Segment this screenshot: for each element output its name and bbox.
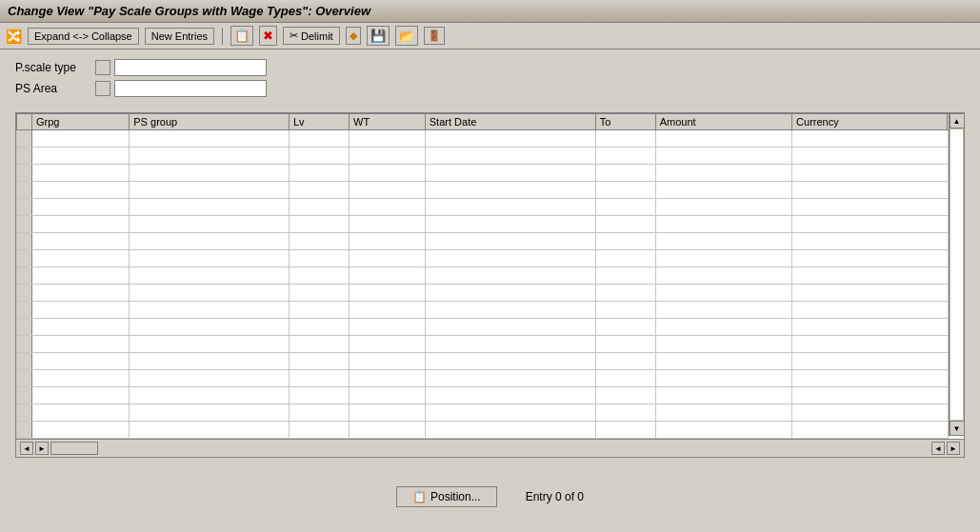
table-row (17, 404, 949, 422)
col-to: To (595, 114, 655, 130)
table-row (17, 370, 949, 387)
save-icon: 💾 (370, 29, 386, 43)
row-sel[interactable] (17, 336, 32, 353)
row-sel[interactable] (17, 267, 32, 285)
table-row (17, 216, 949, 233)
ps-area-label: PS Area (15, 82, 91, 95)
table-row (17, 319, 949, 336)
h-scroll-right2[interactable]: ► (947, 442, 960, 455)
row-sel[interactable] (17, 404, 32, 422)
wt-cell (350, 130, 426, 148)
row-sel[interactable] (17, 165, 32, 182)
filter-section: P.scale type PS Area (15, 59, 965, 97)
fetch-icon-button[interactable]: 📂 (395, 26, 418, 46)
position-button[interactable]: 📋 Position... (396, 486, 497, 507)
table-row (17, 233, 949, 250)
h-scroll-left2[interactable]: ◄ (931, 442, 945, 455)
row-sel[interactable] (17, 285, 32, 302)
pscale-type-row: P.scale type (15, 59, 965, 76)
col-currency: Currency (792, 114, 949, 130)
entry-info: Entry 0 of 0 (526, 490, 584, 503)
scroll-right-button[interactable]: ► (35, 442, 49, 455)
table-row (17, 353, 949, 370)
table-row (17, 422, 949, 439)
expand-collapse-button[interactable]: Expand <-> Collapse (28, 28, 139, 45)
row-sel[interactable] (17, 387, 32, 404)
table-row (17, 387, 949, 404)
scroll-down-button[interactable]: ▼ (950, 421, 965, 436)
position-icon: 📋 (412, 490, 427, 503)
fetch-icon: 📂 (399, 29, 414, 43)
table-row (17, 165, 949, 182)
separator-1 (222, 28, 223, 45)
scroll-up-button[interactable]: ▲ (950, 113, 965, 128)
watermark: rt.com (454, 30, 486, 43)
ps-group-cell (130, 130, 290, 148)
amount-cell (655, 130, 791, 148)
exit-icon-button[interactable]: 🚪 (424, 27, 445, 45)
table-row (17, 199, 949, 216)
start-date-cell (425, 130, 595, 148)
table-row (17, 302, 949, 319)
row-selector-header (17, 114, 32, 130)
row-sel[interactable] (17, 319, 32, 336)
col-lv: Lv (289, 114, 349, 130)
delete-icon: ✖ (263, 29, 273, 43)
save-icon-button[interactable]: 💾 (367, 26, 390, 46)
new-entries-button[interactable]: New Entries (145, 28, 214, 45)
ps-area-input[interactable] (114, 80, 267, 97)
main-content: P.scale type PS Area ▲ ▼ (0, 49, 980, 526)
diamond-icon: ◆ (350, 30, 357, 42)
row-sel[interactable] (17, 250, 32, 267)
row-sel[interactable] (17, 302, 32, 319)
ps-area-row: PS Area (15, 80, 965, 97)
ps-area-checkbox[interactable] (95, 81, 110, 96)
toolbar: 🔀 Expand <-> Collapse New Entries 📋 ✖ ✂ … (0, 23, 980, 49)
copy-icon: 📋 (234, 29, 250, 43)
table-footer: ◄ ► ◄ ► (16, 439, 964, 457)
pscale-type-input[interactable] (114, 59, 267, 76)
table-row (17, 182, 949, 199)
row-sel[interactable] (17, 148, 32, 165)
delimit-button[interactable]: ✂ Delimit (283, 27, 340, 45)
scroll-left-button[interactable]: ◄ (20, 442, 33, 455)
row-sel[interactable] (17, 353, 32, 370)
row-sel[interactable] (17, 422, 32, 439)
delimit-label: Delimit (301, 30, 333, 42)
table-row (17, 250, 949, 267)
row-sel[interactable] (17, 182, 32, 199)
delete-icon-button[interactable]: ✖ (259, 26, 277, 46)
position-label: Position... (430, 490, 481, 503)
col-grpg: Grpg (32, 114, 130, 130)
table-row (17, 267, 949, 285)
table-row (17, 285, 949, 302)
delimit-icon: ✂ (290, 30, 298, 42)
table-row (17, 336, 949, 353)
table-row (17, 130, 949, 148)
grpg-cell (32, 130, 130, 148)
lv-cell (289, 130, 349, 148)
expand-collapse-label: Expand <-> Collapse (34, 30, 132, 42)
exit-icon: 🚪 (428, 30, 441, 42)
diamond-icon-button[interactable]: ◆ (346, 27, 361, 45)
row-sel[interactable] (17, 199, 32, 216)
horizontal-scrollbar-thumb[interactable] (50, 442, 98, 455)
table-row (17, 148, 949, 165)
col-amount: Amount (655, 114, 791, 130)
pscale-type-label: P.scale type (15, 61, 91, 74)
new-entries-label: New Entries (151, 30, 208, 42)
row-sel[interactable] (17, 233, 32, 250)
currency-cell (792, 130, 949, 148)
pscale-type-checkbox[interactable] (95, 60, 110, 75)
expand-icon: 🔀 (6, 29, 22, 44)
title-bar: Change View "Pay Scale Groups with Wage … (0, 0, 980, 23)
copy-icon-button[interactable]: 📋 (230, 26, 253, 46)
data-table: Grpg PS group Lv WT Start Date To Amount… (16, 113, 949, 439)
col-ps-group: PS group (130, 114, 290, 130)
col-wt: WT (350, 114, 426, 130)
page-title: Change View "Pay Scale Groups with Wage … (8, 4, 370, 18)
row-sel[interactable] (17, 216, 32, 233)
row-sel[interactable] (17, 370, 32, 387)
row-sel[interactable] (17, 130, 32, 148)
to-cell (595, 130, 655, 148)
